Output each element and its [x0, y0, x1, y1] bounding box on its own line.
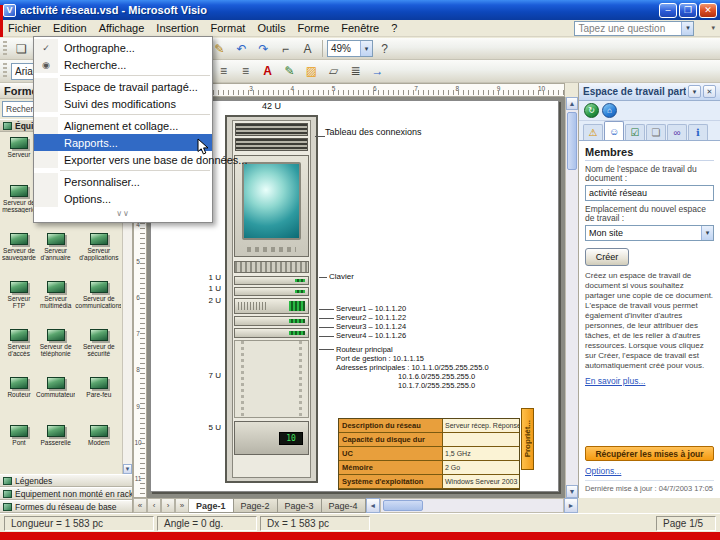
unit-size-label[interactable]: 5 U [191, 423, 221, 432]
menu-item-personnaliser[interactable]: Personnaliser... [34, 173, 212, 190]
server-annotation[interactable]: Serveur4 – 10.1.1.26 [336, 331, 406, 340]
maximize-button[interactable]: ❐ [679, 3, 697, 18]
chevron-down-icon[interactable]: ▾ [681, 22, 693, 35]
prev-page-button[interactable]: ‹ [147, 498, 161, 513]
fill-color-button[interactable]: ▨ [301, 62, 322, 81]
menu-item-options[interactable]: Options... [34, 190, 212, 207]
scrollbar-thumb[interactable] [567, 112, 577, 170]
scroll-down-icon[interactable]: ▼ [566, 485, 578, 498]
toolbar-grip[interactable] [3, 41, 7, 57]
menu-title[interactable]: ? [385, 20, 403, 36]
tab-page-2[interactable]: Page-2 [234, 498, 278, 513]
toolbar-grip[interactable] [3, 63, 7, 79]
switch-unit[interactable] [234, 328, 309, 338]
align-center-button[interactable]: ≡ [213, 62, 234, 81]
members-tab[interactable]: ☺ [604, 121, 624, 140]
menu-item-rapports[interactable]: Rapports... [34, 134, 212, 151]
menu-title[interactable]: Format [205, 20, 252, 36]
connections-annotation[interactable]: Tableau des connexions [325, 127, 422, 137]
line-weight-button[interactable]: ≣ [345, 62, 366, 81]
keyboard-annotation[interactable]: Clavier [329, 272, 354, 281]
properties-tab[interactable]: Propriét... [521, 408, 534, 470]
create-button[interactable]: Créer [585, 248, 629, 266]
connector-tool-button[interactable]: ⌐ [275, 39, 296, 58]
workspace-name-input[interactable]: activité réseau [585, 185, 714, 201]
menu-item-espace-travail[interactable]: Espace de travail partagé... [34, 78, 212, 95]
arrow-button[interactable]: → [367, 62, 388, 81]
home-icon[interactable]: ⌂ [602, 103, 617, 118]
pane-close-icon[interactable]: ✕ [703, 85, 716, 98]
menu-title[interactable]: Forme [292, 20, 336, 36]
server-unit[interactable] [234, 298, 309, 314]
next-page-button[interactable]: › [161, 498, 175, 513]
server-annotations[interactable]: Serveur1 – 10.1.1.20Serveur2 – 10.1.1.22… [336, 304, 406, 340]
unit-size-label[interactable]: 1 U [191, 284, 221, 293]
new-button[interactable]: ❏ [11, 39, 32, 58]
chevron-down-icon[interactable]: ▾ [701, 226, 713, 240]
help-button[interactable]: ? [374, 39, 395, 58]
scroll-down-icon[interactable]: ▼ [123, 464, 132, 474]
stencil-shape[interactable]: Modem [75, 421, 121, 469]
canvas-vertical-scrollbar[interactable]: ▲ ▼ [565, 97, 578, 498]
stencil-shape[interactable]: Serveur multimédia [36, 277, 75, 325]
chevron-down-icon[interactable]: ▾ [360, 41, 372, 56]
learn-more-link[interactable]: En savoir plus... [585, 376, 645, 386]
close-button[interactable]: ✕ [699, 3, 717, 18]
refresh-icon[interactable]: ↻ [584, 103, 599, 118]
stencil-shape[interactable]: Serveur de sauvegarde [2, 229, 36, 277]
minimize-button[interactable]: – [659, 3, 677, 18]
stencil-shape[interactable]: Passerelle [36, 421, 75, 469]
rack-height-label[interactable]: 42 U [225, 101, 318, 111]
menu-title[interactable]: Fichier [2, 20, 47, 36]
stencil-shape[interactable]: Serveur de communications [75, 277, 121, 325]
stencil-shape[interactable]: Serveur [2, 133, 36, 181]
workspace-location-select[interactable]: Mon site ▾ [585, 225, 714, 241]
toolbar-options-icon[interactable]: ▾ [708, 24, 718, 32]
stencil-tab[interactable]: Équipement non monté en rack [0, 487, 132, 500]
zoom-combo[interactable]: 49% ▾ [327, 40, 373, 57]
tasks-tab[interactable]: ☑ [625, 124, 645, 140]
stencil-shape[interactable]: Commutateur [36, 373, 75, 421]
last-page-button[interactable]: » [175, 498, 189, 513]
tab-page-3[interactable]: Page-3 [278, 498, 322, 513]
shadow-button[interactable]: ▱ [323, 62, 344, 81]
horizontal-scrollbar[interactable]: ◄ ► [366, 498, 578, 513]
switch-unit[interactable] [234, 316, 309, 326]
ups-unit[interactable]: 10 [234, 421, 309, 455]
scroll-left-icon[interactable]: ◄ [366, 498, 380, 513]
get-updates-button[interactable]: Récupérer les mises à jour [585, 446, 714, 461]
router-annotations[interactable]: Routeur principalPort de gestion : 10.1.… [336, 345, 489, 390]
menu-expand-chevron[interactable]: ∨∨ [34, 207, 212, 220]
menu-title[interactable]: Outils [251, 20, 291, 36]
menu-title[interactable]: Affichage [93, 20, 151, 36]
network-properties-table[interactable]: Description du réseau Serveur récep. Rép… [338, 418, 520, 490]
tab-page-1[interactable]: Page-1 [189, 498, 234, 513]
menu-title[interactable]: Edition [47, 20, 93, 36]
line-color-button[interactable]: ✎ [279, 62, 300, 81]
scroll-right-icon[interactable]: ► [564, 498, 578, 513]
menu-item-exporter[interactable]: Exporter vers une base de données... [34, 151, 212, 168]
scrollbar-thumb[interactable] [383, 500, 423, 511]
scroll-up-icon[interactable]: ▲ [566, 97, 578, 110]
ask-question-box[interactable]: Tapez une question ▾ [574, 21, 694, 36]
info-tab[interactable]: ℹ [688, 124, 708, 140]
rack-shape[interactable]: 10 [225, 115, 318, 483]
server-unit[interactable] [234, 276, 309, 285]
pane-menu-icon[interactable]: ▾ [688, 85, 701, 98]
stencil-shape[interactable]: Serveur FTP [2, 277, 36, 325]
align-right-button[interactable]: ≡ [235, 62, 256, 81]
router-annotation[interactable]: 10.1.6.0/255.255.255.0 [398, 372, 489, 381]
router-annotation[interactable]: Routeur principal [336, 345, 489, 354]
stencil-shape[interactable]: Routeur [2, 373, 36, 421]
stencil-tab[interactable]: Légendes [0, 474, 132, 487]
monitor-shape[interactable] [234, 155, 309, 257]
stencil-shape[interactable]: Serveur de messagerie [2, 181, 36, 229]
stencil-shape[interactable]: Serveur de sécurité [75, 325, 121, 373]
scrollbar-track[interactable] [380, 498, 564, 513]
unit-size-label[interactable]: 2 U [191, 296, 221, 305]
menu-item-orthographe[interactable]: ✓ Orthographe... [34, 39, 212, 56]
status-tab[interactable]: ⚠ [583, 124, 603, 140]
undo-button[interactable]: ↶ [231, 39, 252, 58]
stencil-shape[interactable]: Pont [2, 421, 36, 469]
server-unit[interactable] [234, 287, 309, 296]
